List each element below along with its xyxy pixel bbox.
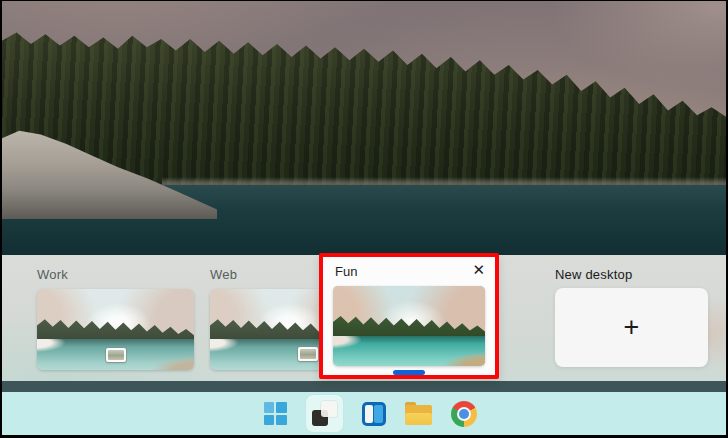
task-view-panel: Work Web Fun ✕ bbox=[2, 255, 726, 381]
folder-icon bbox=[405, 402, 432, 425]
open-window-preview bbox=[298, 347, 318, 361]
widgets-button[interactable] bbox=[362, 402, 386, 426]
desktop-thumbnail-work[interactable] bbox=[37, 289, 194, 370]
chrome-icon bbox=[451, 401, 477, 427]
desktop-gap-strip bbox=[2, 381, 726, 392]
start-button[interactable] bbox=[264, 402, 287, 425]
task-view-icon bbox=[312, 401, 337, 426]
desktop-label-fun[interactable]: Fun bbox=[335, 264, 357, 279]
desktop-thumbnail-fun[interactable] bbox=[333, 286, 485, 366]
widgets-icon bbox=[362, 402, 386, 426]
desktop-thumb-image bbox=[37, 289, 194, 370]
close-desktop-button[interactable]: ✕ bbox=[472, 260, 485, 280]
taskbar-icon-row bbox=[264, 395, 477, 432]
file-explorer-button[interactable] bbox=[405, 402, 432, 425]
active-desktop-indicator bbox=[393, 370, 425, 375]
new-desktop-label: New desktop bbox=[555, 267, 632, 282]
desktop-label-web[interactable]: Web bbox=[210, 267, 237, 282]
taskbar bbox=[2, 392, 726, 435]
chrome-button[interactable] bbox=[451, 401, 477, 427]
task-view-button[interactable] bbox=[306, 395, 343, 432]
windows-logo-icon bbox=[264, 402, 287, 425]
new-desktop-button[interactable]: + bbox=[555, 288, 708, 367]
desktop-thumb-image bbox=[333, 286, 485, 366]
desktop-label-work[interactable]: Work bbox=[37, 267, 68, 282]
annotation-rectangle: Fun ✕ bbox=[319, 253, 499, 379]
task-view-screen: Work Web Fun ✕ bbox=[0, 0, 728, 438]
plus-icon: + bbox=[624, 314, 640, 341]
desktop-wallpaper bbox=[2, 1, 726, 255]
open-window-preview bbox=[106, 348, 126, 362]
